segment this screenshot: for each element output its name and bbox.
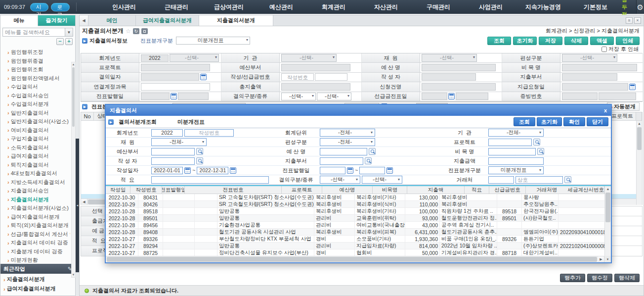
sidebar-tree-item[interactable]: › 소득지출결의서: [7, 144, 70, 152]
topbar-menu-item[interactable]: 예산관리: [255, 3, 307, 11]
m-journal-type-select[interactable]: 미분개전표: [488, 166, 544, 174]
search-lookup-icon[interactable]: [365, 157, 372, 164]
m-item-name-input[interactable]: [488, 148, 536, 155]
scroll-down-icon[interactable]: ▼: [72, 273, 75, 277]
writer-input[interactable]: [422, 73, 476, 81]
agency-select[interactable]: -선택-: [281, 54, 337, 62]
result-column-header[interactable]: 전표발행일: [162, 186, 185, 194]
modal-confirm-button[interactable]: 확인: [563, 117, 585, 126]
topbar-menu-item[interactable]: 자산관리: [360, 3, 412, 11]
result-table-row[interactable]: 2022-10-27 88725 정비단건축시설물 유지보수 사업(부산) 경비…: [106, 249, 604, 256]
scroll-right-icon[interactable]: ▶: [598, 256, 604, 262]
m-vendor-code-input[interactable]: [488, 176, 514, 184]
calendar-icon[interactable]: [171, 93, 177, 99]
delete-button[interactable]: 삭제: [564, 37, 588, 45]
vscrollbar-thumb[interactable]: [637, 127, 642, 150]
result-column-header[interactable]: 전표번호: [185, 186, 282, 194]
result-column-header[interactable]: 적요: [465, 186, 489, 194]
m-write-no-input[interactable]: [184, 129, 234, 137]
sidebar-tree-item[interactable]: › 선급/통합결의서 계산서 연: [7, 230, 70, 239]
logout-button[interactable]: 로그아웃: [51, 3, 69, 11]
extend-time-button[interactable]: 시간연장: [30, 3, 48, 11]
sidebar-tree-item[interactable]: › 지출분개 데이터 검증: [7, 247, 70, 256]
vscrollbar-thumb[interactable]: [605, 193, 610, 222]
topbar-menu-item[interactable]: 지속가능경영: [517, 3, 569, 11]
m-decision-kind-select[interactable]: -선택-: [320, 176, 360, 184]
scroll-up-icon[interactable]: ▲: [605, 186, 611, 192]
budget-name-input[interactable]: [422, 64, 496, 71]
search-lookup-icon[interactable]: [564, 176, 571, 183]
calendar-icon[interactable]: [629, 84, 636, 90]
result-column-header[interactable]: 세금계산서번호: [568, 186, 605, 194]
topbar-menu-item[interactable]: 인사관리: [98, 3, 150, 11]
sidebar-tree-item[interactable]: › 지출결의서분개: [7, 196, 70, 204]
modal-search-button[interactable]: 조회: [514, 117, 535, 126]
m-amount-input[interactable]: [488, 157, 544, 165]
calendar-icon[interactable]: [184, 167, 191, 174]
sidebar-tree-item[interactable]: › 원인행위조회: [7, 65, 70, 74]
add-row-button[interactable]: 행추가: [560, 274, 585, 282]
m-fiscal-year-input[interactable]: [151, 129, 183, 137]
tab-close-icon[interactable]: ×: [634, 17, 641, 24]
print-button[interactable]: 인쇄: [616, 37, 640, 45]
advance-slip-date-input[interactable]: [422, 93, 447, 100]
reset-button[interactable]: 초기화: [513, 37, 537, 45]
search-button[interactable]: 조회: [487, 37, 511, 45]
sidebar-tree-item[interactable]: › 퇴직지출결의서: [7, 161, 70, 170]
result-table-row[interactable]: 2022-10-30 80431 SR 고속철도차량(SRT) 청소사업(수도권…: [106, 194, 604, 201]
m-slip-date-to[interactable]: [359, 167, 385, 174]
search-dropdown-button[interactable]: ▼: [65, 28, 73, 36]
tab-expense-journal-active[interactable]: 지출결의서분개: [199, 15, 273, 26]
decision-type-select[interactable]: -선택-: [317, 93, 351, 100]
close-icon[interactable]: x: [604, 107, 607, 113]
m-decision-type-select[interactable]: -선택-: [362, 176, 402, 184]
sidebar-tree-item[interactable]: › 원인행위잔액명세서: [7, 74, 70, 83]
calendar-icon[interactable]: [200, 74, 207, 80]
tab-scroll-left-button[interactable]: ◀: [80, 15, 88, 26]
sidebar-tab-menu[interactable]: 메뉴: [0, 15, 38, 26]
sidebar-tree-item[interactable]: › 여비지출결의서: [7, 126, 70, 135]
spend-dept-input[interactable]: [562, 73, 617, 81]
topbar-menu-item[interactable]: 사업관리: [465, 3, 517, 11]
topbar-menu-item[interactable]: 회계관리: [307, 3, 360, 11]
fiscal-year-input[interactable]: [141, 54, 169, 62]
collapse-all-button[interactable]: −: [56, 38, 64, 45]
scroll-left-icon[interactable]: ◀: [81, 199, 87, 205]
linked-account-input[interactable]: [141, 83, 210, 91]
slip-issue-date-input[interactable]: [141, 93, 170, 100]
sidebar-tree-item[interactable]: › 구입지출결의서: [7, 135, 70, 144]
recent-task-item[interactable]: › 급여지출결의서분개: [0, 284, 75, 294]
search-lookup-icon[interactable]: [196, 157, 203, 164]
hscrollbar-thumb[interactable]: [107, 257, 597, 262]
result-table-row[interactable]: 2022-10-28 89518 일반공통 복리후생비 복리후생비(기타) 10…: [106, 208, 604, 215]
save-button[interactable]: 저장: [539, 37, 562, 45]
scroll-up-icon[interactable]: ▲: [637, 121, 642, 127]
journal-type-select[interactable]: 미분개전표: [176, 37, 250, 45]
sidebar-tree-item[interactable]: › 수입결의서승인: [7, 92, 70, 100]
modal-reset-button[interactable]: 초기화: [537, 117, 562, 126]
m-vendor-name-input[interactable]: [515, 176, 563, 184]
grid-vscrollbar[interactable]: ▲: [636, 121, 642, 205]
recent-task-item[interactable]: › 지출결의서분개: [0, 275, 75, 284]
advance-slip-extra-input[interactable]: [456, 93, 488, 100]
m-budget-type-select[interactable]: -전체-: [320, 138, 375, 146]
splitter-handle[interactable]: ◂: [76, 139, 79, 272]
fund-select[interactable]: -선택-: [422, 54, 477, 62]
menu-search-input[interactable]: [3, 28, 65, 36]
favorite-star-icon[interactable]: ☆: [126, 28, 131, 35]
result-table-row[interactable]: 2022-10-28 89456 기술환경사업공통 관리비 여비교통비(국내출장…: [106, 222, 604, 229]
result-table-row[interactable]: 2022-10-28 89408 철도기관 공동사옥 시설관리 사업 복리후생비…: [106, 229, 604, 236]
result-column-header[interactable]: 작성번호: [130, 186, 162, 194]
excel-button[interactable]: 액셀: [590, 37, 614, 45]
sidebar-tree-item[interactable]: › 지출결의서 데이터 검증: [7, 239, 70, 247]
search-lookup-icon[interactable]: [537, 148, 544, 155]
m-budget-dept-input[interactable]: [151, 148, 195, 155]
result-column-header[interactable]: 작성일: [106, 186, 130, 194]
delete-row-button[interactable]: 행삭제: [614, 274, 640, 282]
m-agency-select[interactable]: -전체-: [488, 129, 544, 137]
result-column-header[interactable]: 프로젝트: [282, 186, 322, 194]
sidebar-scrollbar[interactable]: ▲ ▼: [71, 62, 76, 278]
m-slip-date-from[interactable]: [320, 167, 345, 174]
calendar-icon[interactable]: [386, 167, 393, 174]
fiscal-year-select[interactable]: -선택-: [170, 54, 219, 62]
